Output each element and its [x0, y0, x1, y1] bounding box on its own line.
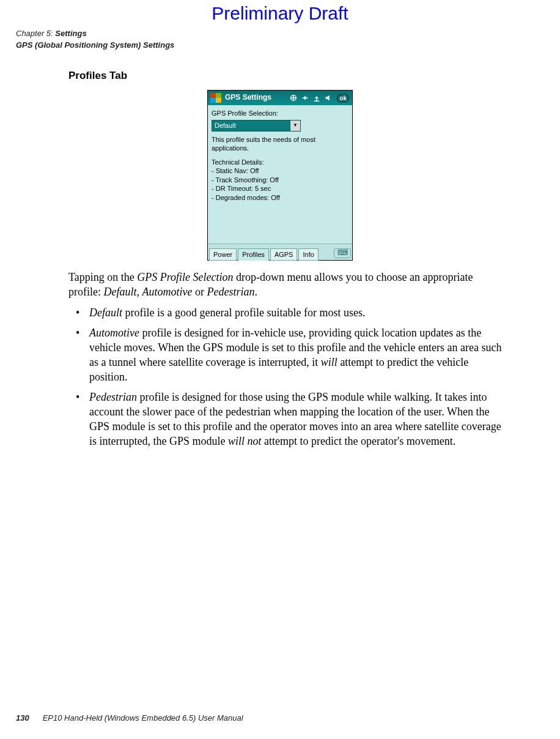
text-italic: Pedestrian — [207, 286, 254, 298]
keyboard-icon[interactable]: ⌨ — [334, 248, 351, 258]
tech-line: - DR Timeout: 5 sec — [212, 184, 348, 193]
page-footer: 130EP10 Hand-Held (Windows Embedded 6.5)… — [16, 713, 243, 723]
technical-details: Technical Details: - Static Nav: Off - T… — [212, 158, 348, 202]
text-italic: will not — [228, 435, 262, 447]
connectivity-icon[interactable] — [289, 94, 298, 102]
screenshot-figure: GPS Settings ok GPS Profile Selection: D… — [16, 90, 544, 261]
profile-dropdown-value: Default — [212, 121, 290, 130]
bullet-automotive: Automotive profile is designed for in-ve… — [68, 326, 507, 384]
section-name: GPS (Global Positioning System) Settings — [16, 40, 544, 51]
text: profile is a good general profile suitab… — [122, 306, 365, 319]
bullet-default: Default profile is a good general profil… — [68, 306, 507, 321]
running-header: Chapter 5: Settings — [16, 28, 544, 39]
text-italic: GPS Profile Selection — [137, 271, 233, 283]
tab-profiles[interactable]: Profiles — [238, 248, 269, 261]
text-italic: will — [321, 356, 337, 368]
text-italic: Automotive — [89, 327, 139, 339]
text: . — [254, 286, 257, 298]
signal-icon[interactable] — [312, 94, 321, 102]
chevron-down-icon[interactable]: ▼ — [290, 121, 300, 131]
text: or — [192, 286, 207, 298]
text: attempt to predict the operator's moveme… — [262, 435, 456, 447]
text-italic: Default — [103, 286, 136, 298]
device-window: GPS Settings ok GPS Profile Selection: D… — [207, 90, 353, 261]
tech-line: - Static Nav: Off — [212, 166, 348, 176]
chapter-name: Settings — [55, 29, 86, 38]
text-italic: Default — [89, 306, 122, 319]
bullet-pedestrian: Pedestrian profile is designed for those… — [68, 390, 507, 448]
text-italic: Automotive — [142, 286, 192, 298]
body-text: Tapping on the GPS Profile Selection dro… — [68, 270, 507, 448]
book-title: EP10 Hand-Held (Windows Embedded 6.5) Us… — [43, 713, 243, 722]
start-flag-icon[interactable] — [210, 93, 221, 103]
sync-icon[interactable] — [301, 94, 309, 102]
profile-selection-label: GPS Profile Selection: — [212, 109, 348, 118]
device-body: GPS Profile Selection: Default ▼ This pr… — [208, 105, 352, 243]
tab-bar: Power Profiles AGPS Info ⌨ — [208, 243, 352, 260]
text: Tapping on the — [68, 271, 137, 283]
device-titlebar: GPS Settings ok — [208, 91, 352, 105]
tab-power[interactable]: Power — [209, 248, 237, 261]
bullet-list: Default profile is a good general profil… — [68, 306, 507, 449]
tech-line: - Degraded modes: Off — [212, 193, 348, 202]
technical-details-heading: Technical Details: — [212, 158, 348, 167]
text-italic: Pedestrian — [89, 391, 137, 403]
profile-description: This profile suits the needs of most app… — [212, 135, 348, 153]
watermark: Preliminary Draft — [16, 1, 544, 26]
section-heading: Profiles Tab — [68, 69, 544, 83]
tab-info[interactable]: Info — [298, 248, 318, 261]
tab-agps[interactable]: AGPS — [270, 248, 298, 261]
tech-line: - Track Smoothing: Off — [212, 176, 348, 185]
profile-dropdown[interactable]: Default ▼ — [212, 120, 301, 132]
volume-icon[interactable] — [324, 94, 333, 102]
intro-paragraph: Tapping on the GPS Profile Selection dro… — [68, 270, 507, 300]
ok-button[interactable]: ok — [336, 94, 350, 103]
page-number: 130 — [16, 713, 29, 722]
chapter-label: Chapter 5: — [16, 29, 55, 38]
window-title: GPS Settings — [225, 93, 286, 103]
